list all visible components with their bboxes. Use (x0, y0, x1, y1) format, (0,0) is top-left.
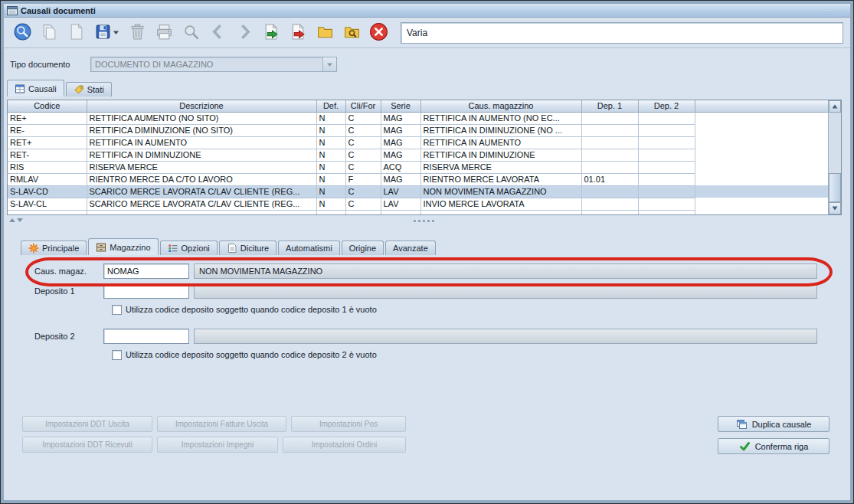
column-header-codice[interactable]: Codice (8, 100, 87, 112)
detail-tab-opzioni[interactable]: Opzioni (160, 241, 218, 255)
cell: RETTIFICA IN AUMENTO (NO EC... (420, 112, 581, 124)
cell: RISERVA MERCE (420, 161, 581, 173)
cell (581, 198, 638, 210)
cell: N (316, 136, 345, 149)
cell: LAV (381, 198, 420, 210)
minimize-button[interactable]: — (823, 5, 834, 15)
cell: N (316, 185, 345, 198)
duplica-causale-button[interactable]: Duplica causale (718, 416, 829, 432)
combo-dropdown-icon (322, 57, 336, 71)
export-excel-button[interactable] (260, 21, 283, 44)
export-pdf-button[interactable] (286, 21, 309, 44)
deposito2-input[interactable] (103, 329, 189, 344)
tab-label: Stati (87, 85, 104, 94)
cell: RE+ (8, 112, 87, 124)
table-row[interactable]: RET+RETTIFICA IN AUMENTONCMAGRETTIFICA I… (8, 136, 828, 149)
scroll-up-button[interactable] (829, 100, 841, 113)
detail-tab-automatismi[interactable]: Automatismi (278, 241, 340, 255)
find-icon (13, 22, 32, 44)
detail-tab-diciture[interactable]: Diciture (219, 241, 276, 255)
detail-tab-principale[interactable]: Principale (21, 241, 87, 255)
save-dropdown-icon[interactable] (113, 30, 119, 35)
tab-causali[interactable]: Causali (7, 80, 64, 97)
table-row[interactable]: S-LAV-CLSCARICO MERCE LAVORATA C/LAV CLI… (8, 198, 828, 210)
table-row[interactable]: RMLAVRIENTRO MERCE DA C/TO LAVORONFMAGRI… (8, 173, 828, 185)
cell (87, 210, 316, 215)
titlebar: Causali documenti — □ (4, 4, 850, 18)
cell: RETTIFICA IN DIMINUZIONE (420, 149, 581, 161)
cell: RIENTRO MERCE LAVORATA (420, 173, 581, 185)
cell: S-LAV-CL (8, 198, 87, 210)
scroll-down-button[interactable] (829, 202, 841, 214)
column-header-caus-magazzino[interactable]: Caus. magazzino (420, 100, 581, 112)
folder-search-icon (343, 23, 361, 43)
detail-tab-origine[interactable]: Origine (342, 241, 384, 255)
star-orange-icon (28, 243, 39, 254)
doc-lines-icon (227, 243, 237, 254)
column-header-def[interactable]: Def. (316, 100, 345, 112)
cell: C (345, 198, 381, 210)
cell: N (316, 198, 345, 210)
splitter-arrows-icon[interactable] (9, 218, 23, 222)
app-window: Causali documenti — □ Tipo documento DOC… (0, 0, 854, 504)
conferma-riga-button[interactable]: Conferma riga (718, 438, 829, 454)
impostazioni-pos-button[interactable]: Impostazioni Pos (291, 416, 406, 432)
table-row[interactable]: RISRISERVA MERCENCACQRISERVA MERCE (8, 161, 828, 173)
detail-tab-avanzate[interactable]: Avanzate (385, 241, 436, 255)
caus-magaz-input[interactable] (103, 263, 189, 279)
cell (316, 210, 345, 215)
cell (638, 161, 695, 173)
table-row[interactable]: RE+RETTIFICA AUMENTO (NO SITO)NCMAGRETTI… (8, 112, 828, 124)
causali-table: CodiceDescrizioneDef.Cli/ForSerieCaus. m… (7, 100, 842, 215)
tab-stati[interactable]: Stati (66, 82, 112, 97)
archive-button[interactable] (313, 21, 336, 44)
deposito1-checkbox[interactable] (112, 305, 122, 315)
detail-tabs: PrincipaleMagazzinoOpzioniDicitureAutoma… (21, 238, 437, 255)
cell: MAG (381, 136, 420, 149)
column-header-serie[interactable]: Serie (381, 100, 420, 112)
impostazioni-ddt-uscita-button[interactable]: Impostazioni DDT Uscita (22, 416, 152, 432)
column-header-dep-2[interactable]: Dep. 2 (638, 100, 695, 112)
cell-filler (695, 210, 828, 215)
causali-grid: CodiceDescrizioneDef.Cli/ForSerieCaus. m… (8, 100, 828, 215)
cell (581, 124, 638, 136)
cell: RET- (8, 149, 87, 161)
column-header-descrizione[interactable]: Descrizione (87, 100, 316, 112)
deposito2-checkbox[interactable] (112, 350, 122, 360)
table-row[interactable]: RET-RETTIFICA IN DIMINUZIONENCMAGRETTIFI… (8, 149, 828, 161)
impostazioni-ddt-ricevuti-button[interactable]: Impostazioni DDT Ricevuti (22, 437, 152, 453)
doc-multi-icon (41, 23, 58, 43)
splitter[interactable] (7, 216, 842, 226)
scrollbar-thumb[interactable] (829, 173, 841, 202)
detail-tab-magazzino[interactable]: Magazzino (88, 238, 158, 255)
cell (581, 185, 638, 198)
close-button[interactable] (367, 21, 390, 44)
cell: LAV (381, 185, 420, 198)
cell: 01.01 (581, 173, 638, 185)
impostazioni-impegni-button[interactable]: Impostazioni Impegni (157, 437, 278, 453)
cell: C (345, 136, 381, 149)
cell: N (316, 173, 345, 185)
search-button (179, 21, 202, 44)
archive-search-button[interactable] (340, 21, 363, 44)
cell: RETTIFICA IN DIMINUZIONE (87, 149, 316, 161)
impostazioni-fatture-uscita-button[interactable]: Impostazioni Fatture Uscita (157, 416, 286, 432)
print-button (152, 21, 175, 44)
cell: N (316, 149, 345, 161)
column-header-dep-1[interactable]: Dep. 1 (581, 100, 638, 112)
cell: MAG (381, 149, 420, 161)
mode-field[interactable] (401, 22, 843, 44)
maximize-button[interactable]: □ (836, 5, 847, 15)
cell: RET+ (8, 136, 87, 149)
table-row[interactable]: RE-RETTIFICA DIMINUZIONE (NO SITO)NCMAGR… (8, 124, 828, 136)
impostazioni-ordini-button[interactable]: Impostazioni Ordini (283, 437, 406, 453)
cell (638, 185, 695, 198)
vertical-scrollbar[interactable] (828, 100, 841, 214)
table-row[interactable]: S-LAV-CDSCARICO MERCE LAVORATA C/LAV CLI… (8, 185, 828, 198)
deposito1-input[interactable] (103, 283, 189, 299)
column-header-cli-for[interactable]: Cli/For (345, 100, 381, 112)
tab-label: Diciture (240, 244, 269, 253)
save-button[interactable] (91, 21, 122, 44)
find-button[interactable] (11, 21, 34, 44)
tab-label: Magazzino (110, 243, 150, 252)
